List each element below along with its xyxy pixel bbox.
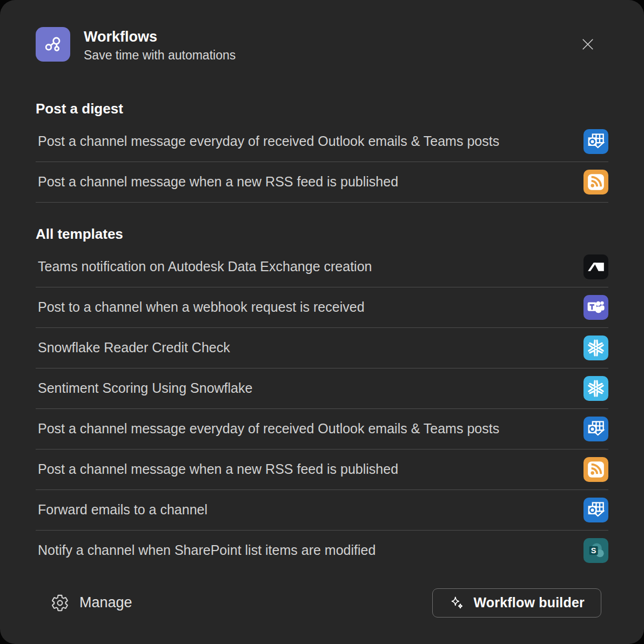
teams-icon [583, 295, 608, 320]
template-title: Teams notification on Autodesk Data Exch… [36, 259, 372, 274]
template-title: Post a channel message everyday of recei… [36, 421, 499, 437]
template-title: Forward emails to a channel [36, 502, 207, 518]
workflow-builder-label: Workflow builder [473, 595, 585, 611]
dialog-subtitle: Save time with automations [84, 48, 236, 63]
gear-icon [51, 594, 69, 612]
section-all-templates: All templates Teams notification on Auto… [36, 226, 608, 571]
section-heading: Post a digest [36, 100, 608, 117]
manage-label: Manage [79, 594, 132, 611]
template-row[interactable]: Post a channel message when a new RSS fe… [36, 450, 608, 490]
template-row[interactable]: Post a channel message when a new RSS fe… [36, 162, 608, 203]
template-row[interactable]: Notify a channel when SharePoint list it… [36, 531, 608, 571]
section-rows: Post a channel message everyday of recei… [36, 122, 608, 203]
template-row[interactable]: Snowflake Reader Credit Check [36, 328, 608, 368]
rss-icon [583, 457, 608, 482]
outlook-icon [583, 129, 608, 154]
outlook-icon [583, 498, 608, 522]
template-row[interactable]: Post a channel message everyday of recei… [36, 409, 608, 450]
workflows-dialog: Workflows Save time with automations Pos… [0, 0, 644, 644]
template-sections: Post a digest Post a channel message eve… [36, 100, 608, 571]
template-title: Post a channel message when a new RSS fe… [36, 461, 398, 477]
section-heading: All templates [36, 226, 608, 243]
workflows-app-icon [36, 27, 70, 62]
manage-button[interactable]: Manage [51, 594, 132, 612]
dialog-header: Workflows Save time with automations [36, 27, 608, 63]
dialog-title: Workflows [84, 28, 236, 46]
template-title: Sentiment Scoring Using Snowflake [36, 380, 252, 396]
template-title: Snowflake Reader Credit Check [36, 340, 230, 355]
template-row[interactable]: Forward emails to a channel [36, 490, 608, 531]
snowflake-icon [583, 376, 608, 401]
section-post-a-digest: Post a digest Post a channel message eve… [36, 100, 608, 203]
snowflake-icon [583, 336, 608, 360]
template-title: Post to a channel when a webhook request… [36, 299, 365, 315]
template-title: Post a channel message everyday of recei… [36, 133, 499, 149]
template-title: Post a channel message when a new RSS fe… [36, 174, 398, 190]
template-row[interactable]: Sentiment Scoring Using Snowflake [36, 368, 608, 409]
workflow-builder-button[interactable]: Workflow builder [432, 588, 601, 618]
template-row[interactable]: Post a channel message everyday of recei… [36, 122, 608, 162]
dialog-footer: Manage Workflow builder [36, 588, 608, 618]
sharepoint-icon: S [583, 538, 608, 563]
template-row[interactable]: Teams notification on Autodesk Data Exch… [36, 247, 608, 287]
svg-text:S: S [591, 546, 596, 555]
section-rows: Teams notification on Autodesk Data Exch… [36, 247, 608, 571]
sparkle-icon [449, 595, 465, 611]
close-icon [580, 36, 596, 52]
rss-icon [583, 170, 608, 194]
template-row[interactable]: Post to a channel when a webhook request… [36, 287, 608, 328]
outlook-icon [583, 417, 608, 441]
close-button[interactable] [577, 33, 599, 55]
template-title: Notify a channel when SharePoint list it… [36, 542, 375, 558]
autodesk-icon [583, 254, 608, 279]
